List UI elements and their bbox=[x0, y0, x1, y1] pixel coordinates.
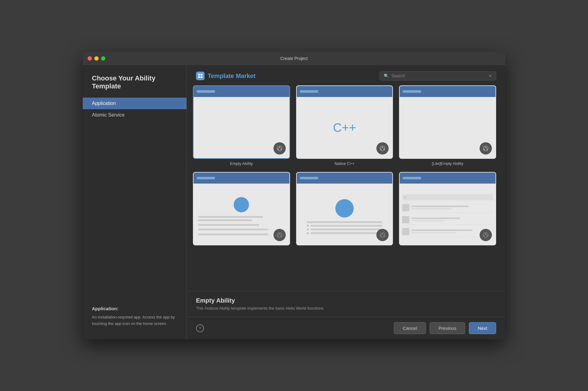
template-grid: Empty Ability C++ bbox=[193, 85, 499, 248]
svg-rect-1 bbox=[201, 74, 202, 76]
svg-point-6 bbox=[277, 149, 279, 150]
svg-point-37 bbox=[487, 235, 488, 236]
main-window: Create Project Choose Your Ability Templ… bbox=[83, 52, 505, 339]
svg-point-31 bbox=[383, 235, 385, 236]
template-card-empty-ability[interactable]: Empty Ability bbox=[193, 85, 290, 166]
list-line-2b bbox=[411, 220, 444, 222]
profile2-dots-row2 bbox=[307, 229, 382, 230]
sidebar-title: Choose Your Ability Template bbox=[83, 74, 187, 98]
svg-point-25 bbox=[281, 235, 282, 236]
cancel-button[interactable]: Cancel bbox=[394, 322, 426, 334]
profile2-avatar bbox=[335, 199, 354, 218]
badge-icon-1 bbox=[276, 145, 283, 152]
preview-top-bar-empty bbox=[194, 86, 289, 97]
profile-arrow-2: › bbox=[269, 233, 270, 236]
main-body: Choose Your Ability Template Application… bbox=[83, 65, 505, 339]
profile2-line-1 bbox=[307, 221, 382, 223]
dot2 bbox=[307, 229, 309, 230]
list-search-bar: Q bbox=[402, 194, 493, 200]
list-row-2 bbox=[402, 215, 493, 225]
preview-bar-list bbox=[403, 177, 421, 179]
svg-line-32 bbox=[381, 234, 383, 235]
list-line-1a bbox=[411, 206, 469, 207]
preview-bar-lite bbox=[403, 90, 421, 93]
dot3 bbox=[307, 232, 309, 234]
badge-icon-4 bbox=[276, 232, 283, 238]
template-card-profile[interactable]: › › bbox=[193, 172, 290, 248]
list-thumb-1 bbox=[402, 204, 409, 211]
selected-template-info: Empty Ability This Feature Ability templ… bbox=[187, 291, 505, 317]
template-badge-6 bbox=[480, 229, 492, 241]
svg-line-38 bbox=[484, 234, 486, 235]
badge-icon-6 bbox=[482, 232, 489, 238]
template-card-lite-empty[interactable]: [Lite]Empty Ability bbox=[399, 85, 496, 166]
title-bar: Create Project bbox=[83, 52, 505, 65]
search-input[interactable] bbox=[391, 73, 486, 78]
list-row-1 bbox=[402, 203, 493, 213]
profile-line-3 bbox=[198, 224, 259, 226]
svg-point-29 bbox=[382, 233, 383, 234]
template-preview-profile: › › bbox=[193, 172, 290, 245]
preview-top-profile bbox=[194, 173, 289, 184]
description-text: An installation-required app. Access the… bbox=[92, 314, 177, 327]
preview-bar-profile2 bbox=[300, 177, 318, 179]
preview-top-list bbox=[400, 173, 496, 184]
content-header: Template Market 🔍 ✕ bbox=[187, 65, 505, 85]
next-button[interactable]: Next bbox=[469, 322, 496, 334]
list-text-2 bbox=[411, 218, 493, 222]
help-button[interactable]: ? bbox=[196, 324, 204, 332]
profile-lines: › › bbox=[194, 216, 270, 236]
profile2-dots-row3 bbox=[307, 232, 382, 234]
svg-point-36 bbox=[484, 235, 485, 236]
svg-point-7 bbox=[281, 149, 282, 150]
template-card-list[interactable]: Q bbox=[399, 172, 496, 248]
template-preview-profile2 bbox=[296, 172, 393, 245]
template-card-profile2[interactable] bbox=[296, 172, 393, 248]
svg-line-9 bbox=[280, 148, 281, 149]
profile-arrow-1: › bbox=[269, 228, 270, 231]
preview-top-cpp bbox=[297, 86, 393, 97]
content-area: Template Market 🔍 ✕ bbox=[187, 65, 505, 339]
svg-point-24 bbox=[277, 235, 279, 236]
template-badge-4 bbox=[273, 229, 286, 241]
svg-rect-0 bbox=[198, 74, 200, 76]
sidebar-item-application[interactable]: Application bbox=[83, 98, 187, 109]
preview-top-lite bbox=[400, 86, 496, 97]
search-icon: 🔍 bbox=[384, 73, 389, 78]
search-clear-icon[interactable]: ✕ bbox=[488, 73, 492, 78]
template-name-native-cpp: Native C++ bbox=[334, 161, 354, 166]
template-card-native-cpp[interactable]: C++ bbox=[296, 85, 393, 166]
footer: ? Cancel Previous Next bbox=[187, 317, 505, 339]
template-badge-1 bbox=[273, 142, 286, 155]
close-button[interactable] bbox=[88, 56, 92, 61]
template-name-empty-ability: Empty Ability bbox=[230, 161, 253, 166]
sidebar-item-atomic-service[interactable]: Atomic Service bbox=[83, 109, 187, 121]
svg-line-27 bbox=[280, 234, 281, 235]
svg-line-33 bbox=[383, 234, 384, 235]
profile2-dots-row1 bbox=[307, 225, 382, 227]
svg-point-35 bbox=[485, 233, 486, 234]
svg-point-18 bbox=[484, 149, 485, 150]
list-thumb-2 bbox=[402, 216, 409, 223]
svg-line-21 bbox=[486, 148, 487, 149]
profile2-lines bbox=[304, 221, 385, 234]
market-icon-svg bbox=[198, 73, 203, 79]
sidebar-description: Application: An installation-required ap… bbox=[83, 300, 187, 333]
profile2-line-4 bbox=[311, 232, 382, 234]
cpp-icon: C++ bbox=[333, 121, 356, 135]
search-box[interactable]: 🔍 ✕ bbox=[380, 71, 496, 80]
minimize-button[interactable] bbox=[94, 56, 99, 61]
svg-line-26 bbox=[278, 234, 280, 235]
svg-line-20 bbox=[484, 148, 486, 149]
maximize-button[interactable] bbox=[101, 56, 105, 61]
previous-button[interactable]: Previous bbox=[430, 322, 465, 334]
profile2-line-2 bbox=[311, 225, 382, 227]
list-search-q: Q bbox=[404, 196, 406, 199]
template-preview-native-cpp: C++ bbox=[296, 85, 393, 159]
sidebar: Choose Your Ability Template Application… bbox=[83, 65, 187, 339]
list-thumb-3 bbox=[402, 228, 409, 235]
template-grid-container[interactable]: Empty Ability C++ bbox=[187, 85, 505, 291]
template-badge-3 bbox=[480, 142, 492, 155]
svg-rect-3 bbox=[201, 76, 202, 78]
svg-point-30 bbox=[380, 235, 382, 236]
